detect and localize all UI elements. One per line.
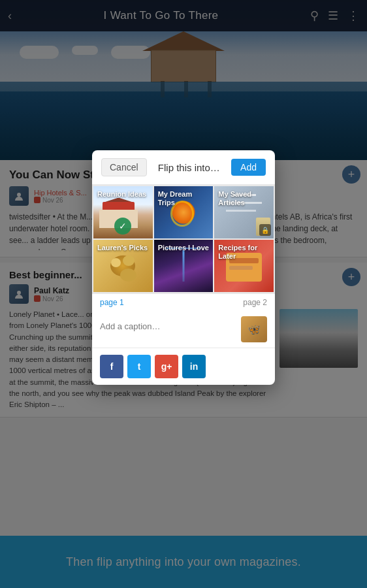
modal-overlay[interactable]: Cancel Flip this into… Add Reunion Ideas… xyxy=(0,0,367,588)
modal-title: Flip this into… xyxy=(158,162,220,173)
linkedin-share-button[interactable]: in xyxy=(182,355,206,378)
caption-area: 🦋 xyxy=(92,311,275,348)
page-current[interactable]: page 1 xyxy=(100,298,124,307)
social-share-row: f t g+ in xyxy=(92,348,275,385)
grid-item-pictures-label: Pictures I Love xyxy=(158,244,210,252)
page-next[interactable]: page 2 xyxy=(243,298,267,307)
grid-item-saved-articles-label: My Saved Articles xyxy=(218,190,270,207)
lock-icon: 🔒 xyxy=(259,224,271,236)
grid-item-laurens-picks[interactable]: Lauren's Picks xyxy=(93,240,153,292)
googleplus-share-button[interactable]: g+ xyxy=(155,355,178,378)
twitter-share-button[interactable]: t xyxy=(127,355,151,378)
selected-check: ✓ xyxy=(114,218,131,235)
grid-item-saved-articles[interactable]: My Saved Articles 🔒 xyxy=(214,186,274,238)
modal-grid: Reunion Ideas ✓ My Dream Trips xyxy=(92,185,275,293)
add-button[interactable]: Add xyxy=(231,159,266,176)
modal-header: Cancel Flip this into… Add xyxy=(92,150,275,185)
grid-item-dream-trips-label: My Dream Trips xyxy=(158,190,210,207)
modal-pagination: page 1 page 2 xyxy=(92,293,275,311)
facebook-share-button[interactable]: f xyxy=(100,355,123,378)
cancel-button[interactable]: Cancel xyxy=(101,158,147,176)
flip-modal: Cancel Flip this into… Add Reunion Ideas… xyxy=(92,150,275,385)
grid-item-recipes-label: Recipes for Later xyxy=(218,244,270,261)
grid-item-dream-trips[interactable]: My Dream Trips xyxy=(154,186,214,238)
grid-item-reunion[interactable]: Reunion Ideas ✓ xyxy=(93,186,153,238)
caption-thumbnail: 🦋 xyxy=(241,316,267,342)
grid-item-pictures[interactable]: Pictures I Love xyxy=(154,240,214,292)
caption-input[interactable] xyxy=(100,316,236,336)
grid-item-recipes[interactable]: Recipes for Later xyxy=(214,240,274,292)
grid-item-laurens-picks-label: Lauren's Picks xyxy=(97,244,149,252)
grid-item-reunion-label: Reunion Ideas xyxy=(97,190,149,199)
